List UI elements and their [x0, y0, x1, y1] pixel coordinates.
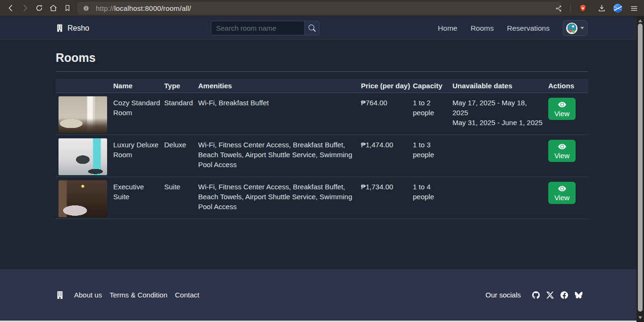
view-room-button[interactable]: View: [548, 182, 576, 204]
scrollbar-thumb[interactable]: [638, 24, 643, 312]
room-type: Standard: [164, 93, 198, 135]
footer-link-contact[interactable]: Contact: [175, 291, 200, 299]
user-avatar: [566, 23, 577, 34]
bluesky-icon[interactable]: [575, 291, 583, 299]
home-icon[interactable]: [46, 1, 60, 15]
footer-socials: Our socials: [485, 291, 583, 299]
nav-link-rooms[interactable]: Rooms: [470, 24, 493, 33]
room-price: ₱1,734.00: [361, 177, 413, 219]
view-button-label: View: [554, 110, 569, 118]
search-icon: [309, 25, 316, 32]
room-actions-cell: View: [548, 177, 588, 219]
column-header-unavailable: Unavailable dates: [452, 79, 548, 93]
building-logo-icon: [56, 24, 64, 32]
view-room-button[interactable]: View: [548, 98, 576, 120]
socials-label: Our socials: [485, 291, 521, 299]
search-button[interactable]: [304, 21, 319, 35]
room-amenities: Wi-Fi, Breakfast Buffet: [198, 93, 361, 135]
view-room-button[interactable]: View: [548, 140, 576, 162]
footer-link-about-us[interactable]: About us: [74, 291, 102, 299]
scrollbar-down-arrow[interactable]: [638, 316, 642, 319]
rooms-table: NameTypeAmenitiesPrice (per day)Capacity…: [56, 79, 588, 219]
room-price: ₱1,474.00: [361, 135, 413, 177]
column-header-type: Type: [164, 79, 198, 93]
room-photo-cell: [56, 93, 113, 135]
footer-building-logo-icon: [56, 291, 64, 299]
room-price: ₱764.00: [361, 93, 413, 135]
room-photo: [59, 138, 107, 175]
room-amenities: Wi-Fi, Fitness Center Access, Breakfast …: [198, 135, 361, 177]
brand[interactable]: Resho: [56, 17, 89, 40]
room-photo: [59, 96, 107, 133]
room-actions-cell: View: [548, 93, 588, 135]
site-navbar: Resho HomeRoomsReservations: [0, 17, 644, 40]
github-icon[interactable]: [532, 291, 540, 299]
bookmark-icon[interactable]: [60, 1, 75, 15]
search-input[interactable]: [211, 21, 304, 35]
site-footer: About usTerms & ConditionContact Our soc…: [0, 269, 644, 321]
url-rest: localhost:8000/room/all/: [114, 4, 191, 12]
url-bar[interactable]: http://localhost:8000/room/all/: [77, 2, 561, 15]
nav-link-reservations[interactable]: Reservations: [507, 24, 550, 33]
room-type: Deluxe: [164, 135, 198, 177]
toolbar-right-group: [552, 0, 641, 17]
footer-link-terms-condition[interactable]: Terms & Condition: [109, 291, 167, 299]
room-photo: [59, 180, 107, 217]
room-row: Cozy Standard RoomStandardWi-Fi, Breakfa…: [56, 93, 588, 135]
url-text: http://localhost:8000/room/all/: [96, 4, 191, 12]
downloads-icon[interactable]: [594, 1, 609, 16]
column-header-image: [56, 79, 113, 93]
room-actions-cell: View: [548, 135, 588, 177]
title-divider: [56, 71, 588, 72]
view-button-label: View: [554, 152, 569, 160]
room-type: Suite: [164, 177, 198, 219]
room-capacity: 1 to 4 people: [413, 177, 452, 219]
search-form: [211, 21, 319, 35]
scrollbar: [636, 17, 644, 322]
browser-toolbar: http://localhost:8000/room/all/: [0, 0, 644, 17]
room-photo-cell: [56, 135, 113, 177]
room-row: Luxury Deluxe RoomDeluxeWi-Fi, Fitness C…: [56, 135, 588, 177]
column-header-amenities: Amenities: [198, 79, 361, 93]
forward-icon[interactable]: [18, 1, 32, 15]
menu-icon[interactable]: [627, 1, 641, 16]
url-scheme: http://: [96, 4, 114, 12]
room-unavailable: [452, 135, 548, 177]
share-icon[interactable]: [552, 1, 566, 16]
navbar-right: HomeRoomsReservations: [438, 17, 587, 40]
view-button-label: View: [554, 194, 569, 202]
room-name: Luxury Deluxe Room: [113, 135, 164, 177]
footer-links: About usTerms & ConditionContact: [74, 291, 199, 299]
room-capacity: 1 to 3 people: [413, 135, 452, 177]
site-info-icon[interactable]: [82, 4, 90, 12]
brand-name: Resho: [67, 24, 89, 33]
column-header-actions: Actions: [548, 79, 588, 93]
facebook-icon[interactable]: [560, 291, 568, 299]
caret-down-icon: [580, 27, 584, 29]
user-menu-button[interactable]: [563, 20, 587, 36]
toolbar-separator: [570, 5, 571, 12]
x-twitter-icon[interactable]: [546, 291, 554, 299]
room-name: Cozy Standard Room: [113, 93, 164, 135]
scrollbar-up-arrow[interactable]: [638, 19, 642, 22]
nav-link-home[interactable]: Home: [438, 24, 457, 33]
brave-shield-icon[interactable]: [576, 1, 590, 16]
room-row: Executive SuiteSuiteWi-Fi, Fitness Cente…: [56, 177, 588, 219]
eye-icon: [558, 185, 566, 193]
back-icon[interactable]: [4, 1, 18, 15]
column-header-price: Price (per day): [361, 79, 413, 93]
eye-icon: [558, 143, 566, 151]
reload-icon[interactable]: [32, 1, 46, 15]
room-capacity: 1 to 2 people: [413, 93, 452, 135]
extension-icon[interactable]: [613, 4, 622, 13]
navbar-links: HomeRoomsReservations: [438, 24, 550, 33]
table-body: Cozy Standard RoomStandardWi-Fi, Breakfa…: [56, 93, 588, 219]
column-header-capacity: Capacity: [413, 79, 452, 93]
room-unavailable: May 17, 2025 - May 18, 2025 May 31, 2025…: [452, 93, 548, 135]
table-header-row: NameTypeAmenitiesPrice (per day)Capacity…: [56, 79, 588, 93]
column-header-name: Name: [113, 79, 164, 93]
browser-window: http://localhost:8000/room/all/: [0, 0, 644, 322]
web-page: Resho HomeRoomsReservations Rooms: [0, 17, 644, 322]
page-title: Rooms: [56, 51, 96, 65]
room-photo-cell: [56, 177, 113, 219]
